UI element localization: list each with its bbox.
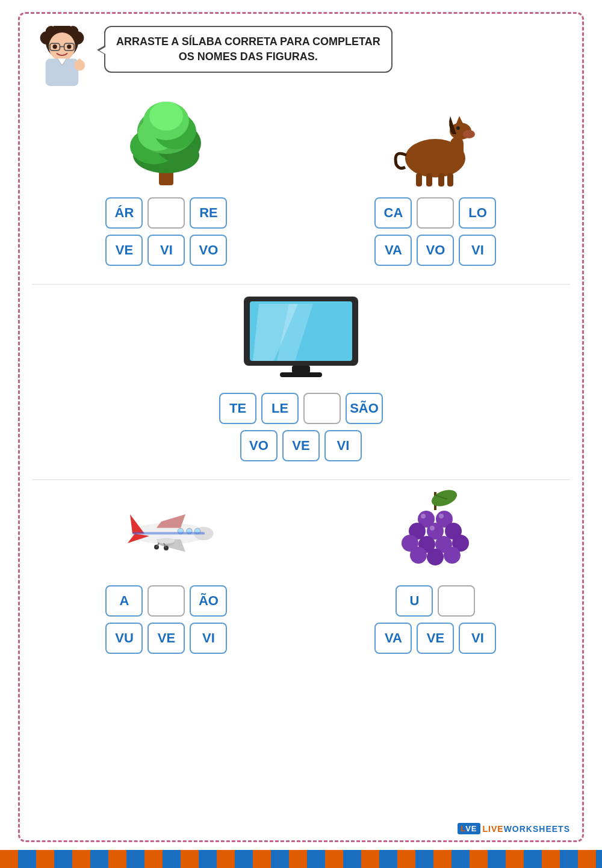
horse-option-vi[interactable]: VI	[459, 235, 496, 266]
grapes-prefix: U	[396, 585, 433, 617]
instruction-bubble: ARRASTE A SÍLABA CORRETA PARA COMPLETAR …	[104, 26, 393, 73]
tv-option-vo[interactable]: VO	[240, 430, 278, 461]
grapes-image	[387, 486, 483, 576]
tree-option-vo[interactable]: VO	[190, 235, 227, 266]
brand-icon: LVE	[458, 823, 480, 834]
horse-option-vo[interactable]: VO	[417, 235, 454, 266]
airplane-word-row: A ÃO	[105, 585, 227, 617]
tv-option-vi[interactable]: VI	[324, 430, 362, 461]
grapes-option-va[interactable]: VA	[374, 623, 412, 654]
svg-rect-25	[450, 137, 464, 162]
horse-image	[387, 98, 483, 188]
svg-point-69	[410, 547, 427, 564]
svg-rect-30	[416, 173, 422, 186]
svg-point-70	[427, 549, 444, 565]
tv-suffix-sao: SÃO	[346, 393, 383, 424]
tv-option-ve[interactable]: VE	[282, 430, 320, 461]
svg-rect-52	[132, 532, 205, 535]
divider1	[32, 284, 570, 285]
svg-point-71	[444, 547, 461, 564]
tv-blank[interactable]	[303, 393, 341, 424]
exercise-horse: CA LO VA VO VI	[312, 98, 559, 272]
horse-suffix: LO	[459, 197, 496, 229]
brand-watermark: LVE LIVEWORKSHEETS	[458, 823, 570, 834]
svg-point-10	[53, 45, 57, 49]
horse-option-va[interactable]: VA	[374, 235, 412, 266]
airplane-prefix: A	[105, 585, 143, 617]
section-airplane-grapes: A ÃO VU VE VI	[32, 486, 570, 660]
tree-options-row: VE VI VO	[105, 235, 227, 266]
tree-option-ve[interactable]: VE	[105, 235, 143, 266]
horse-word-row: CA LO	[374, 197, 496, 229]
exercise-airplane: A ÃO VU VE VI	[43, 486, 290, 660]
svg-point-11	[67, 45, 71, 49]
svg-rect-31	[426, 173, 432, 186]
svg-marker-46	[157, 514, 185, 528]
svg-point-53	[154, 544, 159, 549]
section-tv: TE LE SÃO VO VE VI	[32, 291, 570, 467]
tv-options-row: VO VE VI	[240, 430, 362, 461]
svg-point-72	[421, 514, 426, 519]
instruction-text-line1: ARRASTE A SÍLABA CORRETA PARA COMPLETAR	[116, 34, 380, 49]
airplane-blank[interactable]	[147, 585, 185, 617]
horse-options-row: VA VO VI	[374, 235, 496, 266]
svg-point-27	[463, 130, 475, 138]
tv-prefix-te: TE	[219, 393, 256, 424]
svg-rect-32	[438, 173, 444, 186]
svg-marker-42	[130, 514, 144, 534]
instruction-text-line2: OS NOMES DAS FIGURAS.	[116, 49, 380, 64]
airplane-option-vi[interactable]: VI	[190, 623, 227, 654]
svg-rect-38	[292, 366, 310, 373]
airplane-suffix: ÃO	[190, 585, 227, 617]
tree-blank[interactable]	[147, 197, 185, 229]
svg-rect-39	[280, 372, 322, 377]
tv-image	[238, 291, 364, 381]
svg-rect-14	[78, 59, 81, 67]
horse-blank[interactable]	[417, 197, 454, 229]
svg-point-73	[439, 514, 444, 519]
tree-image	[118, 98, 214, 188]
svg-point-51	[158, 538, 175, 544]
brand-name: LIVEWORKSHEETS	[483, 824, 570, 834]
tv-prefix-le: LE	[261, 393, 299, 424]
exercise-grapes: U VA VE VI	[312, 486, 559, 660]
grapes-option-ve[interactable]: VE	[417, 623, 454, 654]
section-tree-horse: ÁR RE VE VI VO	[32, 98, 570, 272]
airplane-option-vu[interactable]: VU	[105, 623, 143, 654]
grapes-options-row: VA VE VI	[374, 623, 496, 654]
grapes-blank[interactable]	[438, 585, 475, 617]
header: ARRASTE A SÍLABA CORRETA PARA COMPLETAR …	[32, 26, 570, 92]
airplane-options-row: VU VE VI	[105, 623, 227, 654]
bottom-stripe	[0, 850, 602, 868]
teacher-avatar	[32, 26, 98, 92]
svg-rect-33	[447, 173, 453, 186]
svg-point-28	[456, 126, 460, 130]
tree-word-row: ÁR RE	[105, 197, 227, 229]
airplane-option-ve[interactable]: VE	[147, 623, 185, 654]
tree-prefix: ÁR	[105, 197, 143, 229]
svg-marker-29	[456, 116, 463, 123]
grapes-word-row: U	[396, 585, 475, 617]
worksheet-page: ARRASTE A SÍLABA CORRETA PARA COMPLETAR …	[18, 12, 584, 842]
tree-suffix: RE	[190, 197, 227, 229]
grapes-option-vi[interactable]: VI	[459, 623, 496, 654]
exercise-tree: ÁR RE VE VI VO	[43, 98, 290, 272]
horse-prefix: CA	[374, 197, 412, 229]
airplane-image	[118, 486, 214, 576]
tv-word-row: TE LE SÃO	[219, 393, 383, 424]
divider2	[32, 479, 570, 480]
svg-point-74	[430, 526, 435, 531]
svg-point-23	[149, 102, 183, 131]
tree-option-vi[interactable]: VI	[147, 235, 185, 266]
